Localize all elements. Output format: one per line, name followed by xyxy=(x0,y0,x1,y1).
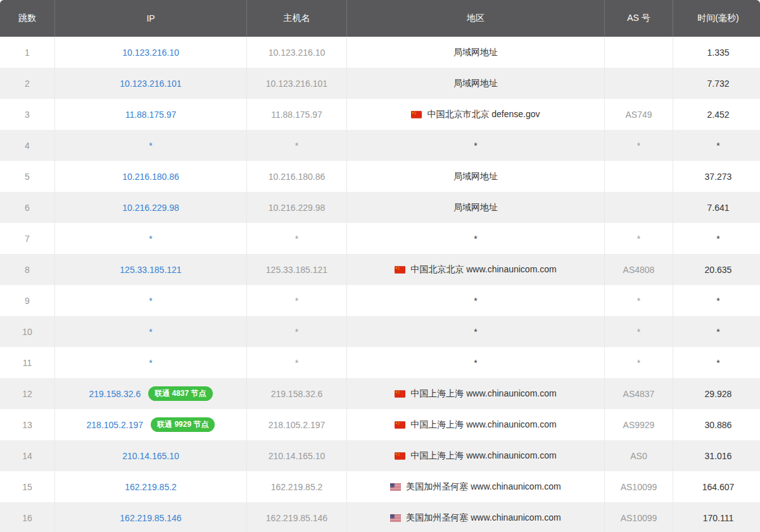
asn-cell: * xyxy=(605,347,673,378)
ip-link[interactable]: 162.219.85.146 xyxy=(120,513,181,523)
region-text: 中国上海上海 www.chinaunicom.com xyxy=(410,388,556,400)
hop-number: 11 xyxy=(0,347,55,378)
hostname-cell: 125.33.185.121 xyxy=(247,254,347,285)
region-text: 中国北京市北京 defense.gov xyxy=(427,109,540,120)
asn-cell: AS0 xyxy=(605,440,673,471)
table-row: 16162.219.85.146162.219.85.146美国加州圣何塞 ww… xyxy=(0,502,760,532)
ip-link[interactable]: 125.33.185.121 xyxy=(120,265,181,275)
region-text: 美国加州圣何塞 www.chinaunicom.com xyxy=(406,481,560,493)
ip-link[interactable]: * xyxy=(149,296,152,306)
asn-cell: AS4808 xyxy=(605,254,673,285)
china-flag-icon xyxy=(395,390,405,398)
time-cell: 20.635 xyxy=(673,254,760,285)
region-text: * xyxy=(474,141,477,151)
ip-cell: * xyxy=(55,285,247,316)
ip-cell: * xyxy=(55,223,247,254)
ip-link[interactable]: * xyxy=(149,234,152,244)
region-text: 中国北京北京 www.chinaunicom.com xyxy=(410,264,556,276)
hostname-cell: * xyxy=(247,285,347,316)
column-header-hop: 跳数 xyxy=(0,0,55,37)
hostname-cell: 162.219.85.146 xyxy=(247,502,347,532)
region-text: 中国上海上海 www.chinaunicom.com xyxy=(410,419,556,431)
header-row: 跳数IP主机名地区AS 号时间(毫秒) xyxy=(0,0,760,37)
hostname-cell: 219.158.32.6 xyxy=(247,378,347,409)
hostname-cell: * xyxy=(247,223,347,254)
column-header-asn: AS 号 xyxy=(605,0,673,37)
region-cell: 局域网地址 xyxy=(347,37,605,68)
ip-link[interactable]: 10.216.180.86 xyxy=(122,172,179,182)
hostname-cell: * xyxy=(247,347,347,378)
time-cell: 2.452 xyxy=(673,99,760,130)
asn-cell xyxy=(605,68,673,99)
region-text: * xyxy=(474,296,477,306)
time-cell: 29.928 xyxy=(673,378,760,409)
region-cell: 美国加州圣何塞 www.chinaunicom.com xyxy=(347,471,605,502)
table-row: 14210.14.165.10210.14.165.10中国上海上海 www.c… xyxy=(0,440,760,471)
region-text: 局域网地址 xyxy=(453,171,498,182)
ip-link[interactable]: 210.14.165.10 xyxy=(122,451,179,461)
ip-cell: 162.219.85.2 xyxy=(55,471,247,502)
time-cell: * xyxy=(673,223,760,254)
table-row: 8125.33.185.121125.33.185.121中国北京北京 www.… xyxy=(0,254,760,285)
ip-link[interactable]: * xyxy=(149,327,152,337)
ip-link[interactable]: 10.123.216.10 xyxy=(122,48,179,58)
ip-cell: 11.88.175.97 xyxy=(55,99,247,130)
hostname-cell: 210.14.165.10 xyxy=(247,440,347,471)
china-flag-icon xyxy=(395,421,405,429)
time-cell: 7.732 xyxy=(673,68,760,99)
hostname-cell: 11.88.175.97 xyxy=(247,99,347,130)
time-cell: 7.641 xyxy=(673,192,760,223)
hop-number: 10 xyxy=(0,316,55,347)
asn-cell xyxy=(605,192,673,223)
region-cell: * xyxy=(347,347,605,378)
asn-cell xyxy=(605,161,673,192)
table-row: 4***** xyxy=(0,130,760,161)
time-cell: 1.335 xyxy=(673,37,760,68)
time-cell: 30.886 xyxy=(673,409,760,440)
hop-number: 6 xyxy=(0,192,55,223)
hostname-cell: 10.123.216.101 xyxy=(247,68,347,99)
ip-link[interactable]: 10.123.216.101 xyxy=(120,79,181,89)
china-flag-icon xyxy=(395,266,405,274)
ip-link[interactable]: * xyxy=(149,358,152,368)
ip-link[interactable]: 219.158.32.6 xyxy=(89,389,141,399)
hop-number: 5 xyxy=(0,161,55,192)
ip-link[interactable]: 10.216.229.98 xyxy=(122,203,179,213)
region-cell: 美国加州圣何塞 www.chinaunicom.com xyxy=(347,502,605,532)
ip-link[interactable]: 218.105.2.197 xyxy=(87,420,144,430)
region-text: * xyxy=(474,358,477,368)
table-row: 9***** xyxy=(0,285,760,316)
ip-link[interactable]: 11.88.175.97 xyxy=(125,110,177,120)
carrier-node-badge: 联通 9929 节点 xyxy=(151,417,215,432)
us-flag-icon xyxy=(390,514,401,522)
traceroute-table-container: 跳数IP主机名地区AS 号时间(毫秒) 110.123.216.1010.123… xyxy=(0,0,760,532)
table-row: 110.123.216.1010.123.216.10局域网地址1.335 xyxy=(0,37,760,68)
region-cell: 局域网地址 xyxy=(347,161,605,192)
asn-cell: * xyxy=(605,316,673,347)
hop-number: 14 xyxy=(0,440,55,471)
asn-cell: AS4837 xyxy=(605,378,673,409)
region-cell: * xyxy=(347,316,605,347)
region-cell: 中国北京市北京 defense.gov xyxy=(347,99,605,130)
carrier-node-badge: 联通 4837 节点 xyxy=(148,386,212,401)
ip-cell: * xyxy=(55,347,247,378)
region-text: 美国加州圣何塞 www.chinaunicom.com xyxy=(406,512,560,524)
time-cell: * xyxy=(673,130,760,161)
table-row: 311.88.175.9711.88.175.97中国北京市北京 defense… xyxy=(0,99,760,130)
hop-number: 16 xyxy=(0,502,55,532)
column-header-ip: IP xyxy=(55,0,247,37)
hostname-cell: 10.216.180.86 xyxy=(247,161,347,192)
ip-cell: 218.105.2.197联通 9929 节点 xyxy=(55,409,247,440)
region-cell: * xyxy=(347,130,605,161)
hop-number: 9 xyxy=(0,285,55,316)
hostname-cell: 162.219.85.2 xyxy=(247,471,347,502)
hostname-cell: 218.105.2.197 xyxy=(247,409,347,440)
ip-link[interactable]: 162.219.85.2 xyxy=(125,482,177,492)
ip-link[interactable]: * xyxy=(149,141,152,151)
hostname-cell: 10.123.216.10 xyxy=(247,37,347,68)
hop-number: 1 xyxy=(0,37,55,68)
ip-cell: 162.219.85.146 xyxy=(55,502,247,532)
region-text: 局域网地址 xyxy=(453,202,498,213)
region-cell: 局域网地址 xyxy=(347,68,605,99)
ip-cell: * xyxy=(55,130,247,161)
